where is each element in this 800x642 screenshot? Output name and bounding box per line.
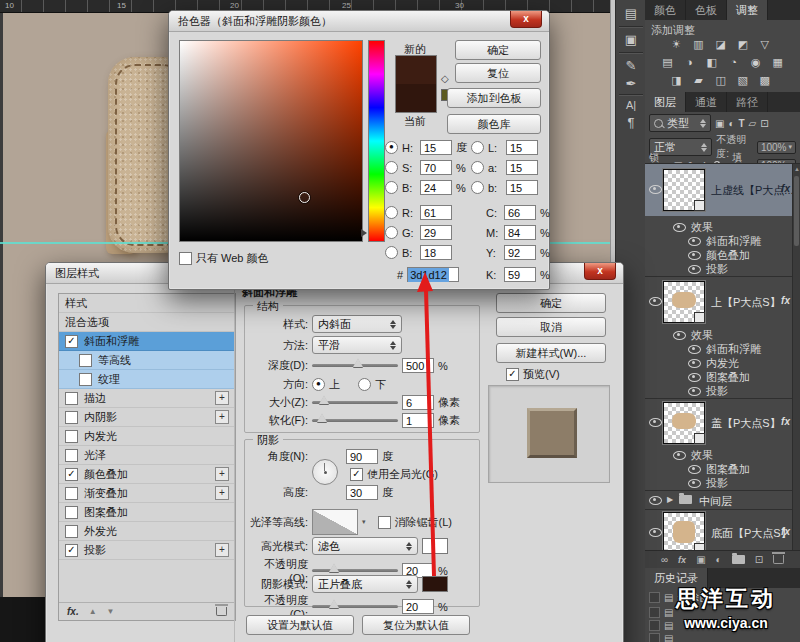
depth-slider[interactable] [312,364,398,367]
layer-fx-badge[interactable]: fx [781,183,790,194]
reset-button[interactable]: 复位 [455,63,541,83]
angle-input[interactable]: 90 [346,449,378,464]
b-input[interactable]: 24 [420,180,452,195]
effects-header[interactable]: 效果 [673,328,713,343]
paragraph-panel-icon[interactable]: ¶ [616,115,646,130]
posterize-icon[interactable]: ▰ [689,74,708,87]
brush-presets-panel-icon[interactable]: ✒ [616,76,646,91]
effect-item[interactable]: 投影 [688,384,728,399]
add-layer-style-icon[interactable]: fx [678,555,686,565]
technique-dropdown[interactable]: 平滑 [312,336,402,354]
black-white-icon[interactable]: ◧ [702,56,721,69]
add-mask-icon[interactable]: ▣ [696,554,705,565]
effect-item[interactable]: 投影 [688,476,728,491]
layer-fx-badge[interactable]: fx [781,295,790,306]
angle-dial[interactable] [312,459,338,485]
layer-thumbnail[interactable] [663,402,705,444]
b2-input[interactable]: 18 [420,245,452,260]
styles-item[interactable]: 样式 [59,294,235,313]
s-radio[interactable] [385,161,398,174]
b2-radio[interactable] [385,246,398,259]
effect-item[interactable]: 内发光 [688,356,739,371]
filter-type-icon[interactable]: T [739,118,745,129]
c-input[interactable]: 66 [504,205,536,220]
r-input[interactable]: 61 [420,205,452,220]
global-light-checkbox[interactable]: ✓ [350,468,363,481]
r-radio[interactable] [385,206,398,219]
layer-fx-badge[interactable]: fx [781,416,790,427]
filter-image-icon[interactable]: ▣ [715,118,724,129]
layer-fx-badge[interactable]: fx [781,526,790,537]
tab-paths[interactable]: 路径 [727,92,768,112]
move-style-up-icon[interactable]: ▲ [89,607,97,616]
style-item-inner-glow[interactable]: 内发光 [59,427,235,446]
threshold-icon[interactable]: ◫ [711,74,730,87]
style-item-stroke[interactable]: 描边+ [59,389,235,408]
h-input[interactable]: 15 [420,140,452,155]
hue-saturation-icon[interactable]: ▤ [658,56,677,69]
style-item-satin[interactable]: 光泽 [59,446,235,465]
style-item-texture[interactable]: 纹理 [59,370,235,389]
layer-thumbnail[interactable] [663,512,705,551]
m-input[interactable]: 84 [504,225,536,240]
properties-panel-icon[interactable]: ▤ [616,6,646,21]
style-item-gradient-overlay[interactable]: 渐变叠加+ [59,484,235,503]
direction-up-radio[interactable]: ● [312,378,325,391]
layer-group-row[interactable]: ▶ 中间层 [645,491,800,509]
libraries-panel-icon[interactable]: ▣ [616,32,646,47]
highlight-mode-dropdown[interactable]: 滤色 [312,537,418,555]
visibility-eye-icon[interactable] [649,297,662,306]
hue-slider[interactable] [368,40,385,242]
scrollbar-thumb[interactable] [794,176,799,246]
b-lab-radio[interactable] [471,181,484,194]
layer-name[interactable]: 底面【P大点S】 [711,526,792,541]
depth-input[interactable]: 500 [402,358,434,373]
shadow-opacity-input[interactable]: 20 [402,599,434,614]
channel-mixer-icon[interactable]: ◉ [746,56,765,69]
style-item-inner-shadow[interactable]: 内阴影+ [59,408,235,427]
shadow-mode-dropdown[interactable]: 正片叠底 [312,575,418,593]
visibility-eye-icon[interactable] [649,496,662,505]
size-input[interactable]: 6 [402,395,434,410]
filter-shape-icon[interactable]: ▱ [749,118,757,129]
a-input[interactable]: 15 [506,160,538,175]
layer-thumbnail[interactable] [663,281,705,323]
close-icon[interactable]: x [584,263,616,280]
selective-color-icon[interactable]: ▧ [733,74,752,87]
curves-icon[interactable]: ◪ [711,38,730,51]
l-input[interactable]: 15 [506,140,538,155]
layer-row[interactable]: 上【P大点S】 fx [645,277,800,327]
style-item-bevel-emboss[interactable]: ✓斜面和浮雕 [59,332,235,351]
layer-thumbnail[interactable] [663,169,705,211]
disclosure-triangle-icon[interactable]: ▶ [667,495,673,504]
effect-item[interactable]: 图案叠加 [688,370,750,385]
filter-smart-object-icon[interactable]: ⊡ [760,118,768,129]
l-radio[interactable] [471,141,484,154]
b-radio[interactable] [385,181,398,194]
effect-item[interactable]: 图案叠加 [688,462,750,477]
hex-input[interactable]: 3d1d12 [407,267,459,282]
gloss-contour-thumbnail[interactable] [312,509,358,535]
highlight-opacity-slider[interactable] [312,569,398,572]
contour-dropdown-icon[interactable]: ▾ [362,518,366,526]
ok-button[interactable]: 确定 [496,293,606,313]
layer-name[interactable]: 盖【P大点S】 [711,416,781,431]
effects-eye-icon[interactable] [673,223,686,232]
invert-icon[interactable]: ◨ [667,74,686,87]
effect-item[interactable]: 斜面和浮雕 [688,342,761,357]
delete-layer-icon[interactable] [773,555,784,564]
k-input[interactable]: 59 [504,267,536,282]
close-icon[interactable]: x [510,11,542,28]
visibility-eye-icon[interactable] [649,528,662,537]
photo-filter-icon[interactable]: ◔ [724,56,743,68]
g-radio[interactable] [385,226,398,239]
visibility-eye-icon[interactable] [649,418,662,427]
layer-row-selected[interactable]: 上虚线【P大点... fx [645,164,800,216]
current-color-swatch[interactable] [396,84,436,112]
reset-default-button[interactable]: 复位为默认值 [362,615,470,635]
layers-scrollbar[interactable]: ▲ [792,164,800,551]
gradient-map-icon[interactable]: ▩ [755,74,774,87]
delete-style-icon[interactable] [216,607,227,616]
link-layers-icon[interactable]: ∞ [661,554,668,565]
new-style-button[interactable]: 新建样式(W)... [496,343,606,363]
